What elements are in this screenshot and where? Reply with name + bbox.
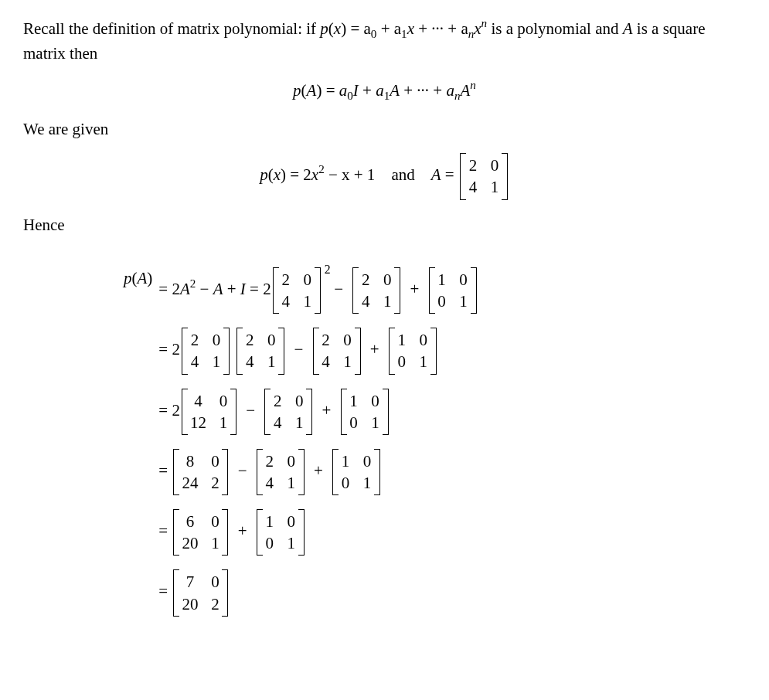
matrix-A-r4: 2 0 4 1 <box>257 449 305 495</box>
cell: 0 <box>490 156 499 175</box>
empty-lhs <box>124 569 152 616</box>
cell: 24 <box>182 474 198 492</box>
cell: 0 <box>419 331 428 349</box>
plus-op: + <box>407 278 424 301</box>
matrix-A-given: 2 0 4 1 <box>460 153 508 199</box>
matrix-diff: 6 0 20 1 <box>173 509 228 556</box>
deriv-row-3: = 2 4 0 12 1 − 2 0 4 1 + 1 0 0 1 <box>158 389 478 435</box>
cell: 2 <box>281 270 291 289</box>
cell: 4 <box>322 352 331 371</box>
matrix-A-letter: A <box>623 19 633 38</box>
cell: 1 <box>287 534 296 552</box>
cell: 0 <box>212 331 221 349</box>
empty-lhs <box>124 328 152 374</box>
matrix-A-r1b: 2 0 4 1 <box>352 267 400 314</box>
cell: 0 <box>343 331 352 349</box>
def-supn: n <box>470 79 476 91</box>
cell: 0 <box>210 452 219 471</box>
cell: 0 <box>267 331 276 349</box>
intro-text-2: is a polynomial and <box>491 19 622 38</box>
cell: 20 <box>182 595 198 613</box>
matrix-A-r3: 2 0 4 1 <box>264 389 312 435</box>
minus-op: − <box>330 278 347 301</box>
cell: 1 <box>490 178 499 196</box>
def-sub0: 0 <box>347 90 353 102</box>
given-label: We are given <box>23 118 746 141</box>
def-subn: n <box>454 90 461 102</box>
cell: 8 <box>182 452 198 471</box>
plus-op: + <box>234 520 251 542</box>
cell: 1 <box>343 352 352 371</box>
given-rest: − x + 1 <box>325 165 376 184</box>
minus-op: − <box>242 399 259 422</box>
derivation-block: p(A) = 2A2 − A + I = 2 2 0 4 1 2 − 2 0 4… <box>124 267 746 617</box>
cell: 0 <box>294 392 304 410</box>
matrix-result: 7 0 20 2 <box>173 569 228 616</box>
deriv-row-4: = 8 0 24 2 − 2 0 4 1 + 1 0 0 1 <box>158 449 478 495</box>
cell: 0 <box>303 270 312 289</box>
A-sq-sup: 2 <box>190 277 196 290</box>
cell: 0 <box>265 534 274 552</box>
cell: 4 <box>265 474 274 492</box>
poly-inline: p(x) = a0 + a1x + ··· + anxn <box>320 19 491 38</box>
cell: 0 <box>397 352 407 371</box>
cell: 4 <box>361 292 370 311</box>
cell: 0 <box>371 392 380 410</box>
cell: 2 <box>210 595 219 613</box>
cell: 1 <box>212 352 221 371</box>
cell: 7 <box>182 573 198 591</box>
dots-an: + ··· + a <box>414 19 468 38</box>
cell: 1 <box>362 474 372 492</box>
intro-text-1: Recall the definition of matrix polynomi… <box>23 19 320 38</box>
cell: 0 <box>383 270 392 289</box>
matrix-2Asq: 8 0 24 2 <box>173 449 228 495</box>
matrix-A-r2a: 2 0 4 1 <box>182 328 230 374</box>
deriv-row-1: = 2A2 − A + I = 2 2 0 4 1 2 − 2 0 4 1 + <box>158 267 478 314</box>
cell: 2 <box>265 452 274 471</box>
cell: 1 <box>397 331 407 349</box>
cell: 2 <box>210 474 219 492</box>
deriv-lhs: p(A) <box>124 267 152 314</box>
matrix-A-r2c: 2 0 4 1 <box>313 328 361 374</box>
matrix-A-sq: 2 0 4 1 <box>273 267 321 314</box>
given-and: and <box>391 165 414 184</box>
cell: 4 <box>468 178 478 196</box>
cell: 0 <box>210 512 219 531</box>
deriv-row-5: = 6 0 20 1 + 1 0 0 1 <box>158 509 478 556</box>
eq-a0: = a <box>346 19 371 38</box>
matrix-I-r4: 1 0 0 1 <box>332 449 380 495</box>
cell: 1 <box>459 292 468 311</box>
plus-op: + <box>366 338 383 361</box>
cell: 0 <box>341 474 350 492</box>
given-display: p(x) = 2x2 − x + 1 and A = 2 0 4 1 <box>23 153 746 199</box>
cell: 4 <box>273 413 282 432</box>
cell: 4 <box>245 352 254 371</box>
given-sq: 2 <box>318 163 325 175</box>
cell: 0 <box>362 452 372 471</box>
cell: 0 <box>210 573 219 591</box>
cell: 1 <box>287 474 296 492</box>
cell: 1 <box>294 413 304 432</box>
empty-lhs <box>124 449 152 495</box>
empty-lhs <box>124 509 152 556</box>
cell: 4 <box>190 352 199 371</box>
cell: 2 <box>273 392 282 410</box>
cell: 1 <box>219 413 228 432</box>
cell: 2 <box>190 331 199 349</box>
sup-n: n <box>481 17 488 29</box>
cell: 2 <box>245 331 254 349</box>
deriv-row-2: = 2 2 0 4 1 2 0 4 1 − 2 0 4 1 <box>158 328 478 374</box>
matrix-I-r5: 1 0 0 1 <box>257 509 305 556</box>
cell: 1 <box>371 413 380 432</box>
cell: 2 <box>322 331 331 349</box>
matrix-A-r2b: 2 0 4 1 <box>236 328 284 374</box>
cell: 0 <box>287 452 296 471</box>
cell: 1 <box>210 534 219 552</box>
cell: 12 <box>190 413 206 432</box>
intro-paragraph: Recall the definition of matrix polynomi… <box>23 15 746 65</box>
cell: 1 <box>265 512 274 531</box>
cell: 4 <box>190 392 206 410</box>
cell: 1 <box>437 270 447 289</box>
matrix-Asq: 4 0 12 1 <box>182 389 236 435</box>
plus-op: + <box>310 460 327 482</box>
